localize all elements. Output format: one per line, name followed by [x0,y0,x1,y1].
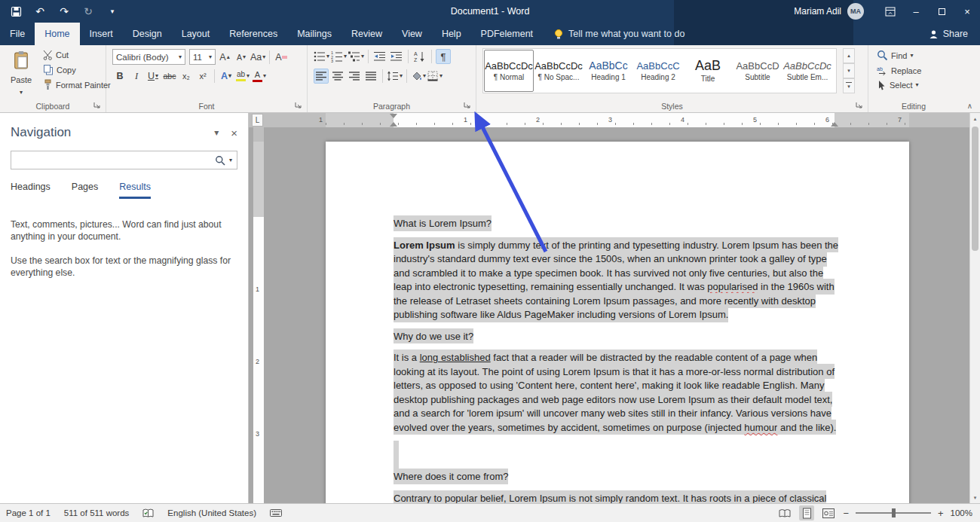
numbering-button[interactable]: 123 ▾ [331,49,347,64]
paragraph-heading[interactable]: Why do we use it? [394,330,841,344]
replace-button[interactable]: ab Replace [874,65,923,76]
web-layout-button[interactable] [821,505,836,520]
style-subtle-em[interactable]: AaBbCcDcSubtle Em... [782,50,832,92]
redo-button[interactable]: ↷ [57,5,71,18]
scroll-up-arrow-icon[interactable]: ▴ [970,113,980,124]
paragraph-body[interactable]: It is a long established fact that a rea… [394,351,841,435]
style-normal[interactable]: AaBbCcDc¶ Normal [484,50,534,92]
style-heading-1[interactable]: AaBbCcHeading 1 [583,50,633,92]
save-button[interactable] [9,5,23,18]
print-layout-button[interactable] [799,505,814,520]
search-options-caret-icon[interactable]: ▾ [229,157,232,163]
tab-insert[interactable]: Insert [80,23,123,45]
proofing-status-button[interactable] [142,508,154,518]
clipboard-dialog-launcher[interactable] [93,101,102,110]
bold-button[interactable]: B [112,69,127,84]
h-ruler[interactable]: 12345671 [249,113,969,127]
paragraph-spacer[interactable] [394,442,841,456]
select-button[interactable]: Select ▾ [874,79,923,91]
minimize-button[interactable]: – [903,0,929,23]
multilevel-list-button[interactable]: ▾ [348,49,364,64]
highlight-color-button[interactable]: ab▾ [235,69,250,84]
scroll-down-arrow-icon[interactable]: ▾ [970,492,980,503]
zoom-slider[interactable] [856,508,931,518]
shrink-font-button[interactable]: A▾ [234,50,249,65]
font-color-button[interactable]: A▾ [252,69,267,84]
v-ruler[interactable]: 123 [253,127,264,503]
share-button[interactable]: Share [917,23,980,45]
zoom-slider-thumb[interactable] [892,508,896,517]
cut-button[interactable]: Cut [41,49,113,61]
navigation-close-button[interactable]: × [231,127,237,139]
search-icon[interactable] [215,155,225,166]
tab-review[interactable]: Review [341,23,392,45]
subscript-button[interactable]: x₂ [179,69,194,84]
scrollbar-thumb[interactable] [972,127,978,251]
close-button[interactable]: × [954,0,980,23]
increase-indent-button[interactable] [389,49,404,64]
decrease-indent-button[interactable] [372,49,387,64]
underline-button[interactable]: U▾ [145,69,161,84]
keyboard-button[interactable] [270,508,282,517]
style-title[interactable]: AaBTitle [683,50,733,92]
format-painter-button[interactable]: Format Painter [41,78,113,91]
paragraph-body[interactable]: Contrary to popular belief, Lorem Ipsum … [394,492,841,504]
style-heading-2[interactable]: AaBbCcCHeading 2 [633,50,683,92]
font-name-combobox[interactable]: Calibri (Body) ▾ [112,49,185,65]
paragraph-heading[interactable]: Where does it come from? [394,470,841,484]
paste-button[interactable]: Paste ▾ [5,48,37,98]
font-size-combobox[interactable]: 11 ▾ [189,49,216,65]
restore-button[interactable] [929,0,954,23]
font-dialog-launcher[interactable] [294,101,303,110]
tab-mailings[interactable]: Mailings [287,23,341,45]
tab-file[interactable]: File [0,23,35,45]
word-count[interactable]: 511 of 511 words [64,508,130,517]
tab-stop-selector[interactable]: L [252,114,263,127]
read-mode-button[interactable] [777,505,792,520]
copy-button[interactable]: Copy [41,63,113,76]
vertical-scrollbar[interactable]: ▴ ▾ [969,113,980,503]
strikethrough-button[interactable]: abc [162,69,177,84]
tab-view[interactable]: View [392,23,432,45]
styles-dialog-launcher[interactable] [855,101,864,110]
customize-quick-access-button[interactable]: ▾ [106,5,119,18]
align-center-button[interactable] [330,69,345,84]
tab-references[interactable]: References [219,23,287,45]
find-button[interactable]: Find ▾ [874,49,923,62]
tell-me-box[interactable]: Tell me what you want to do [553,23,684,45]
undo-button[interactable]: ↶ [33,5,47,18]
style-subtitle[interactable]: AaBbCcDSubtitle [733,50,782,92]
style-no-spac[interactable]: AaBbCcDc¶ No Spac... [534,50,583,92]
bullets-button[interactable]: ▾ [314,49,329,64]
nav-tab-results[interactable]: Results [119,182,151,199]
user-name[interactable]: Mariam Adil [794,6,841,17]
align-left-button[interactable] [314,69,329,84]
left-indent-marker[interactable] [390,118,397,127]
nav-tab-pages[interactable]: Pages [72,182,98,199]
clear-formatting-button[interactable]: A [274,50,289,65]
tab-design[interactable]: Design [123,23,172,45]
ribbon-display-options-button[interactable] [877,0,903,23]
italic-button[interactable]: I [129,69,144,84]
navigation-options-caret-icon[interactable]: ▾ [214,127,219,138]
document-page[interactable]: What is Lorem Ipsum?Lorem Ipsum is simpl… [326,142,909,503]
nav-tab-headings[interactable]: Headings [11,182,51,199]
paragraph-heading[interactable]: What is Lorem Ipsum? [394,217,841,231]
tab-pdfelement[interactable]: PDFelement [471,23,543,45]
zoom-level[interactable]: 100% [951,508,972,517]
collapse-ribbon-button[interactable]: ∧ [967,102,972,110]
gallery-more-button[interactable]: ▾ [843,78,855,93]
right-indent-marker[interactable] [831,118,838,127]
align-right-button[interactable] [347,69,362,84]
tab-help[interactable]: Help [432,23,471,45]
line-spacing-button[interactable]: ▾ [387,69,403,84]
superscript-button[interactable]: x² [195,69,210,84]
page-indicator[interactable]: Page 1 of 1 [6,508,51,517]
navigation-search-input[interactable] [16,155,215,166]
borders-button[interactable]: ▾ [427,69,443,84]
justify-button[interactable] [363,69,378,84]
text-effects-button[interactable]: A▾ [219,69,234,84]
change-case-button[interactable]: Aa▾ [250,50,265,65]
shading-button[interactable]: ▾ [411,69,426,84]
gallery-scroll-up-button[interactable]: ▴ [843,48,855,63]
